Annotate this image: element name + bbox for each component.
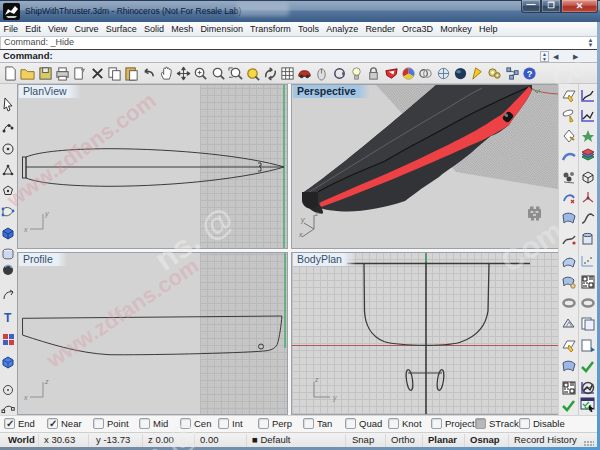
svg-text:z: z [314,376,319,383]
svg-text:z: z [314,210,319,217]
svg-text:x: x [23,226,28,233]
svg-text:x: x [23,394,28,401]
svg-text:y: y [44,210,49,218]
svg-text:x: x [298,231,303,238]
svg-text:T: T [4,311,12,325]
svg-text:y: y [332,394,337,402]
svg-text:?: ? [527,69,533,79]
svg-text:z: z [44,378,49,385]
svg-text:y: y [300,216,305,224]
